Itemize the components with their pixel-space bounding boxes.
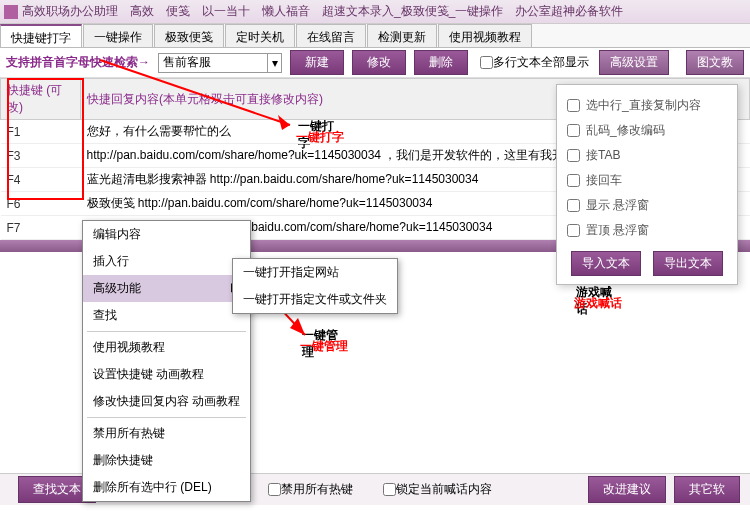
tabbar: 快捷键打字 一键操作 极致便笺 定时关机 在线留言 检测更新 使用视频教程 bbox=[0, 24, 750, 48]
title-part: 高效 bbox=[130, 3, 154, 20]
disable-all-check[interactable]: 禁用所有热键 bbox=[268, 481, 353, 498]
tab-oneclick[interactable]: 一键操作 bbox=[83, 24, 153, 47]
search-dropdown[interactable]: ▾ bbox=[268, 53, 282, 73]
tab-shutdown[interactable]: 定时关机 bbox=[225, 24, 295, 47]
toolbar: 支持拼音首字母快速检索→ ▾ 新建 修改 删除 多行文本全部显示 高级设置 图文… bbox=[0, 48, 750, 78]
opt-copy[interactable]: 选中行_直接复制内容 bbox=[565, 93, 729, 118]
export-button[interactable]: 导出文本 bbox=[653, 251, 723, 276]
imgtxt-button[interactable]: 图文教 bbox=[686, 50, 744, 75]
tab-note[interactable]: 极致便笺 bbox=[154, 24, 224, 47]
mi-sethotkey[interactable]: 设置快捷键 动画教程 bbox=[83, 361, 250, 388]
search-input[interactable] bbox=[158, 53, 268, 73]
opt-tab[interactable]: 接TAB bbox=[565, 143, 729, 168]
anno-text-2: 一键管理一键管理 bbox=[300, 325, 348, 357]
mi-insert[interactable]: 插入行 bbox=[83, 248, 250, 275]
mi-openfile[interactable]: 一键打开指定文件或文件夹 bbox=[233, 286, 397, 313]
mi-delhotkey[interactable]: 删除快捷键 bbox=[83, 447, 250, 474]
advanced-panel: 选中行_直接复制内容 乱码_修改编码 接TAB 接回车 显示 悬浮窗 置顶 悬浮… bbox=[556, 84, 738, 285]
import-button[interactable]: 导入文本 bbox=[571, 251, 641, 276]
opt-top[interactable]: 置顶 悬浮窗 bbox=[565, 218, 729, 243]
menu-sep bbox=[87, 331, 246, 332]
title-part: 超速文本录入_极致便笺_一键操作 bbox=[322, 3, 503, 20]
app-icon bbox=[4, 5, 18, 19]
titlebar: 高效职场办公助理 高效 便笺 以一当十 懒人福音 超速文本录入_极致便笺_一键操… bbox=[0, 0, 750, 24]
tab-update[interactable]: 检测更新 bbox=[367, 24, 437, 47]
mi-video[interactable]: 使用视频教程 bbox=[83, 334, 250, 361]
opt-enter[interactable]: 接回车 bbox=[565, 168, 729, 193]
mi-editreply[interactable]: 修改快捷回复内容 动画教程 bbox=[83, 388, 250, 415]
new-button[interactable]: 新建 bbox=[290, 50, 344, 75]
svg-marker-3 bbox=[290, 318, 305, 335]
mi-opensite[interactable]: 一键打开指定网站 bbox=[233, 259, 397, 286]
context-menu: 编辑内容 插入行 高级功能▶ 查找 使用视频教程 设置快捷键 动画教程 修改快捷… bbox=[82, 220, 251, 502]
title-part: 以一当十 bbox=[202, 3, 250, 20]
suggest-button[interactable]: 改进建议 bbox=[588, 476, 666, 503]
anno-text-3: 游戏喊话游戏喊话 bbox=[574, 282, 622, 314]
opt-encoding[interactable]: 乱码_修改编码 bbox=[565, 118, 729, 143]
tab-hotkey[interactable]: 快捷键打字 bbox=[0, 24, 82, 47]
search-hint: 支持拼音首字母快速检索→ bbox=[6, 54, 150, 71]
opt-float[interactable]: 显示 悬浮窗 bbox=[565, 193, 729, 218]
multiline-check[interactable]: 多行文本全部显示 bbox=[480, 54, 589, 71]
lock-check[interactable]: 锁定当前喊话内容 bbox=[383, 481, 492, 498]
tab-video[interactable]: 使用视频教程 bbox=[438, 24, 532, 47]
tab-feedback[interactable]: 在线留言 bbox=[296, 24, 366, 47]
title-part: 便笺 bbox=[166, 3, 190, 20]
other-button[interactable]: 其它软 bbox=[674, 476, 740, 503]
menu-sep bbox=[87, 417, 246, 418]
title-part: 办公室超神必备软件 bbox=[515, 3, 623, 20]
edit-button[interactable]: 修改 bbox=[352, 50, 406, 75]
mi-delsel[interactable]: 删除所有选中行 (DEL) bbox=[83, 474, 250, 501]
mi-edit[interactable]: 编辑内容 bbox=[83, 221, 250, 248]
col-key: 快捷键 (可改) bbox=[1, 79, 81, 120]
mi-find[interactable]: 查找 bbox=[83, 302, 250, 329]
context-submenu: 一键打开指定网站 一键打开指定文件或文件夹 bbox=[232, 258, 398, 314]
mi-disableall[interactable]: 禁用所有热键 bbox=[83, 420, 250, 447]
mi-advanced[interactable]: 高级功能▶ bbox=[83, 275, 250, 302]
title-part: 懒人福音 bbox=[262, 3, 310, 20]
multiline-checkbox[interactable] bbox=[480, 56, 493, 69]
advanced-button[interactable]: 高级设置 bbox=[599, 50, 669, 75]
title-part: 高效职场办公助理 bbox=[22, 3, 118, 20]
delete-button[interactable]: 删除 bbox=[414, 50, 468, 75]
